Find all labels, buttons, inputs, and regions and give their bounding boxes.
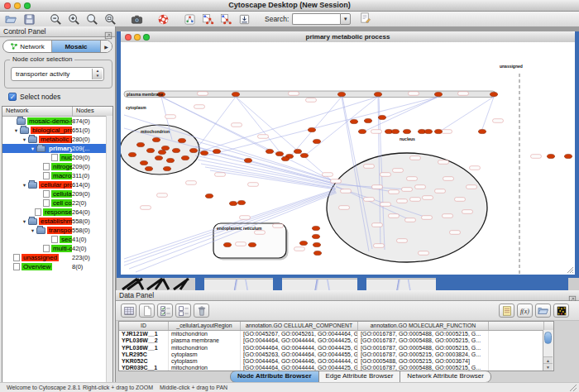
network-node[interactable] xyxy=(213,149,220,153)
zoom-fit-button[interactable] xyxy=(103,12,117,26)
network-node[interactable] xyxy=(337,92,345,96)
import-table-button[interactable] xyxy=(237,12,251,26)
network-node[interactable] xyxy=(146,148,154,152)
network-node[interactable] xyxy=(145,166,152,170)
tree-expand-arrow-icon[interactable]: ▼ xyxy=(29,146,36,151)
node-label-capsule[interactable] xyxy=(165,115,176,119)
tree-row-multi-organism-pro[interactable]: multi-organism pro42(0) xyxy=(2,244,112,253)
node-label-capsule[interactable] xyxy=(371,130,382,134)
zoom-in-button[interactable] xyxy=(66,12,81,26)
column-header[interactable]: ID xyxy=(119,322,169,330)
search-input[interactable] xyxy=(292,13,340,25)
tree-row-transport[interactable]: ▼transport558(0) xyxy=(2,226,112,235)
tree-row-response-to-stimulu[interactable]: response to stimulu264(0) xyxy=(2,208,112,217)
node-label-capsule[interactable] xyxy=(157,194,168,198)
network-node[interactable] xyxy=(378,115,385,119)
save-session-button[interactable] xyxy=(22,12,36,26)
network-node[interactable] xyxy=(181,155,189,160)
network-node[interactable] xyxy=(299,241,307,245)
node-label-capsule[interactable] xyxy=(470,166,481,170)
zoom-selected-button[interactable] xyxy=(84,12,99,26)
tree-row-cell-communicat[interactable]: cell communicat22(0) xyxy=(2,198,112,208)
tree-row-biological-process[interactable]: ▼biological_process651(0) xyxy=(2,126,112,135)
column-header[interactable]: annotation.GO MOLECULAR_FUNCTION xyxy=(358,322,489,330)
node-label-capsule[interactable] xyxy=(397,239,408,243)
attribute-list-button[interactable] xyxy=(499,304,514,318)
tree-row-macromolecule[interactable]: macromolecule311(0) xyxy=(2,171,112,180)
node-label-capsule[interactable] xyxy=(248,183,259,187)
node-label-capsule[interactable] xyxy=(372,185,383,189)
node-label-capsule[interactable] xyxy=(419,251,429,256)
network-node[interactable] xyxy=(364,118,371,122)
table-scrollbar[interactable]: ▲ ▼ xyxy=(543,330,553,370)
table-row[interactable]: YLR295Ccytoplasm[GO:0045263, GO:0044464,… xyxy=(119,351,553,358)
node-label-capsule[interactable] xyxy=(409,92,419,96)
node-label-capsule[interactable] xyxy=(410,156,421,160)
select-attributes-button[interactable] xyxy=(157,304,173,318)
window-resize-grip[interactable] xyxy=(567,266,574,274)
node-label-capsule[interactable] xyxy=(458,92,469,96)
network-window-titlebar[interactable]: primary metabolic process xyxy=(121,31,575,43)
app-resize-grip[interactable] xyxy=(569,384,577,392)
node-label-capsule[interactable] xyxy=(423,196,433,200)
table-row[interactable]: YPL036W__2plasma membrane[GO:0044464, GO… xyxy=(119,337,553,344)
node-label-capsule[interactable] xyxy=(364,198,375,202)
network-node[interactable] xyxy=(391,129,399,133)
tree-expand-arrow-icon[interactable]: ▼ xyxy=(21,137,28,142)
network-merge-a-button[interactable] xyxy=(200,12,215,26)
node-label-capsule[interactable] xyxy=(240,216,251,220)
network-node[interactable] xyxy=(178,138,185,142)
node-label-capsule[interactable] xyxy=(258,135,269,139)
network-node[interactable] xyxy=(136,142,144,146)
node-label-capsule[interactable] xyxy=(442,130,452,134)
table-row[interactable]: YJR121W__1mitochondrion[GO:0045267, GO:0… xyxy=(119,331,553,337)
node-label-capsule[interactable] xyxy=(186,181,197,185)
network-node[interactable] xyxy=(155,155,162,160)
node-label-capsule[interactable] xyxy=(215,173,226,177)
attribute-matrix-button[interactable] xyxy=(553,304,569,318)
node-label-capsule[interactable] xyxy=(374,244,385,248)
network-node[interactable] xyxy=(237,200,245,204)
network-node[interactable] xyxy=(189,148,197,152)
network-node[interactable] xyxy=(564,154,572,158)
network-node[interactable] xyxy=(403,129,410,133)
table-row[interactable]: YKR052Ccytoplasm[GO:0044464, GO:0044446,… xyxy=(119,358,553,365)
tree-row-cellular-metabo[interactable]: cellular metabo209(0) xyxy=(2,189,112,198)
node-label-capsule[interactable] xyxy=(397,199,408,203)
network-node[interactable] xyxy=(478,129,486,133)
background-window-pane[interactable] xyxy=(366,279,436,290)
network-node[interactable] xyxy=(308,127,315,131)
tree-row-mosaic-demo-yeast[interactable]: mosaic-demo-yeast874(0) xyxy=(2,117,112,126)
tree-expand-arrow-icon[interactable]: ▼ xyxy=(29,228,36,233)
tree-expand-arrow-icon[interactable]: ▼ xyxy=(12,128,20,133)
background-window-pane[interactable] xyxy=(204,279,273,290)
network-node[interactable] xyxy=(358,129,366,133)
node-label-capsule[interactable] xyxy=(273,224,284,228)
network-node[interactable] xyxy=(266,149,273,153)
tree-row-unassigned[interactable]: unassigned223(0) xyxy=(2,253,112,262)
network-node[interactable] xyxy=(434,129,442,133)
annotation-grid-button[interactable] xyxy=(182,12,197,26)
node-label-capsule[interactable] xyxy=(380,173,391,177)
network-node[interactable] xyxy=(374,92,381,96)
node-label-capsule[interactable] xyxy=(255,231,266,235)
tree-row-secretion[interactable]: secretion41(0) xyxy=(2,235,112,244)
network-node[interactable] xyxy=(205,194,213,198)
network-node[interactable] xyxy=(294,149,301,153)
import-attributes-button[interactable] xyxy=(535,304,551,318)
network-node[interactable] xyxy=(200,151,208,155)
node-label-capsule[interactable] xyxy=(410,198,421,202)
unselect-attributes-button[interactable] xyxy=(175,304,191,318)
network-node[interactable] xyxy=(223,242,231,246)
network-node[interactable] xyxy=(300,153,308,157)
network-node[interactable] xyxy=(248,242,256,246)
column-header[interactable] xyxy=(489,322,544,330)
network-canvas[interactable]: plasma membranecytoplasmmitochondrionnuc… xyxy=(121,42,575,275)
tab-node-attribute-browser[interactable]: Node Attribute Browser xyxy=(230,370,319,383)
node-label-capsule[interactable] xyxy=(455,198,466,202)
node-label-capsule[interactable] xyxy=(407,177,418,181)
node-label-capsule[interactable] xyxy=(141,206,151,210)
attribute-table-button[interactable] xyxy=(121,304,136,318)
tree-row-cellular-process[interactable]: ▼cellular process614(0) xyxy=(2,180,112,189)
scroll-down-button[interactable]: ▼ xyxy=(543,363,553,370)
